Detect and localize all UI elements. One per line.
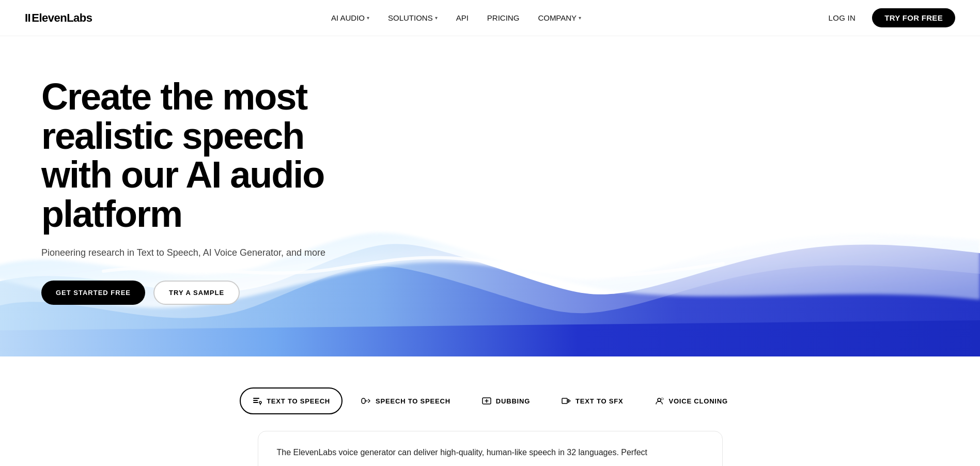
chevron-down-icon: ▾ [579, 15, 581, 21]
nav-item-company[interactable]: COMPANY ▾ [531, 9, 588, 26]
nav-label-solutions: SOLUTIONS [388, 13, 433, 22]
tab-text-to-sfx[interactable]: TEXT TO SFX [549, 387, 635, 414]
hero-title-line1: Create the most realistic speech [41, 76, 307, 157]
try-sample-button[interactable]: TRY A SAMPLE [153, 281, 240, 305]
navbar: IIElevenLabs AI AUDIO ▾ SOLUTIONS ▾ API … [0, 0, 980, 36]
tab-label-vc: VOICE CLONING [668, 397, 727, 405]
nav-label-company: COMPANY [538, 13, 577, 22]
login-button[interactable]: LOG IN [820, 9, 864, 26]
tab-speech-to-speech[interactable]: SPEECH TO SPEECH [349, 387, 463, 414]
nav-label-ai-audio: AI AUDIO [331, 13, 365, 22]
tab-voice-cloning[interactable]: VOICE CLONING [642, 387, 740, 414]
svg-rect-4 [362, 398, 365, 403]
nav-item-solutions[interactable]: SOLUTIONS ▾ [381, 9, 445, 26]
tts-icon [252, 396, 262, 406]
hero-subtitle: Pioneering research in Text to Speech, A… [41, 246, 403, 260]
nav-center: AI AUDIO ▾ SOLUTIONS ▾ API PRICING COMPA… [324, 9, 588, 26]
vc-icon [654, 396, 664, 406]
sts-icon [361, 396, 371, 406]
nav-item-ai-audio[interactable]: AI AUDIO ▾ [324, 9, 377, 26]
hero-text: Create the most realistic speech with ou… [41, 77, 403, 305]
tab-label-dubbing: DUBBING [496, 397, 530, 405]
description-text: The ElevenLabs voice generator can deliv… [277, 446, 704, 459]
hero-section: Create the most realistic speech with ou… [0, 36, 980, 356]
tabs-section: TEXT TO SPEECH SPEECH TO SPEECH DUBBING [0, 356, 980, 466]
svg-point-8 [661, 398, 663, 400]
logo-text: II [25, 11, 30, 25]
tab-dubbing[interactable]: DUBBING [469, 387, 542, 414]
tab-label-sfx: TEXT TO SFX [575, 397, 623, 405]
get-started-button[interactable]: GET STARTED FREE [41, 281, 145, 305]
hero-title-line2: with our AI audio platform [41, 154, 324, 235]
tab-label-sts: SPEECH TO SPEECH [376, 397, 450, 405]
nav-right: LOG IN TRY FOR FREE [820, 8, 955, 27]
svg-rect-6 [562, 398, 567, 403]
tab-text-to-speech[interactable]: TEXT TO SPEECH [240, 387, 343, 414]
svg-rect-1 [253, 400, 258, 401]
tabs-row: TEXT TO SPEECH SPEECH TO SPEECH DUBBING [219, 387, 761, 414]
svg-point-7 [658, 398, 661, 401]
logo-name: ElevenLabs [32, 11, 92, 25]
chevron-down-icon: ▾ [367, 15, 369, 21]
nav-item-api[interactable]: API [449, 9, 476, 26]
chevron-down-icon: ▾ [435, 15, 438, 21]
logo[interactable]: IIElevenLabs [25, 11, 92, 25]
nav-label-api: API [456, 13, 469, 22]
description-card: The ElevenLabs voice generator can deliv… [258, 431, 723, 466]
sfx-icon [561, 396, 571, 406]
dub-icon [481, 396, 492, 406]
nav-item-pricing[interactable]: PRICING [480, 9, 527, 26]
hero-title: Create the most realistic speech with ou… [41, 77, 403, 234]
tab-label-tts: TEXT TO SPEECH [267, 397, 330, 405]
hero-buttons: GET STARTED FREE TRY A SAMPLE [41, 281, 403, 305]
try-free-button[interactable]: TRY FOR FREE [872, 8, 955, 27]
svg-rect-0 [253, 398, 259, 399]
nav-label-pricing: PRICING [487, 13, 520, 22]
svg-rect-2 [253, 402, 258, 403]
